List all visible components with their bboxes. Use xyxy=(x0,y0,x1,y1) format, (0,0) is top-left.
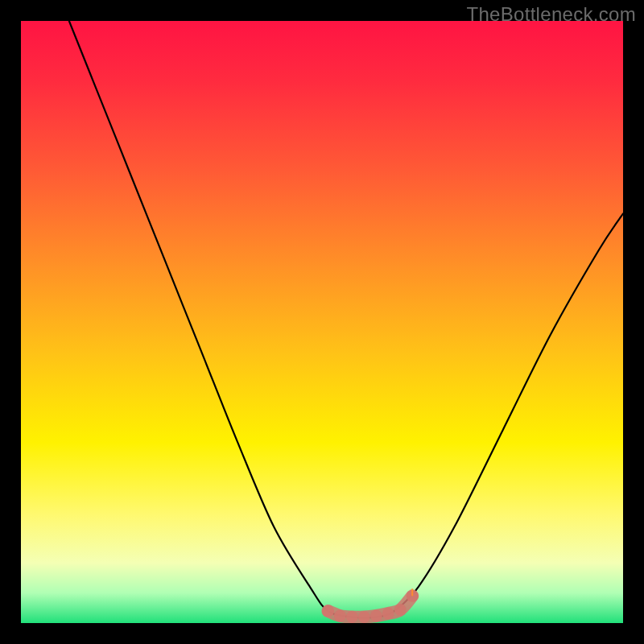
svg-point-3 xyxy=(346,611,358,623)
svg-point-6 xyxy=(382,608,394,620)
svg-point-7 xyxy=(394,604,407,616)
svg-point-2 xyxy=(334,610,346,622)
bottleneck-chart xyxy=(21,21,623,623)
chart-container: TheBottleneck.com xyxy=(0,0,644,644)
svg-rect-9 xyxy=(411,588,413,596)
svg-point-4 xyxy=(358,611,370,623)
svg-point-1 xyxy=(322,605,334,617)
svg-point-5 xyxy=(370,610,382,622)
svg-rect-0 xyxy=(21,21,623,623)
